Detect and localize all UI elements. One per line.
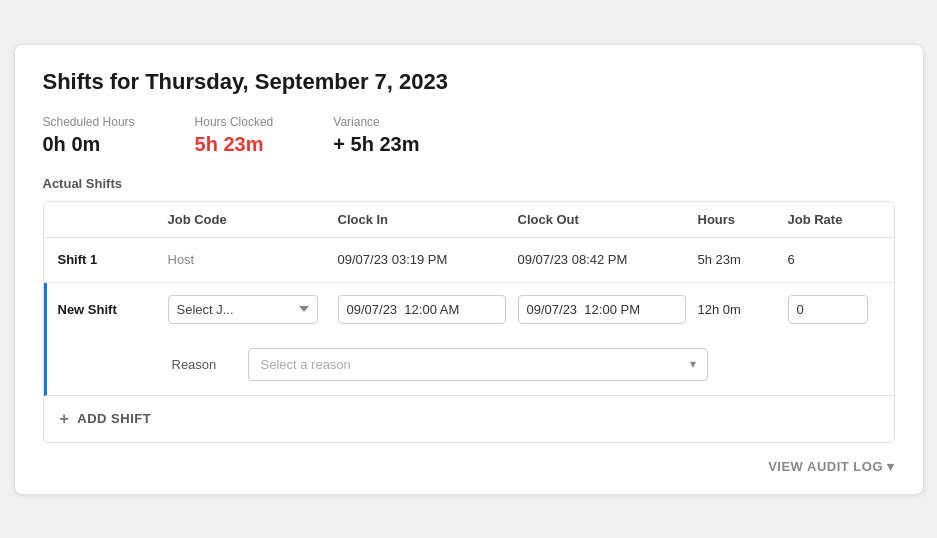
clock-in-input[interactable] [338, 295, 506, 324]
shift-hours: 5h 23m [698, 252, 788, 267]
variance-value: + 5h 23m [333, 133, 419, 156]
job-code-select[interactable]: Select J... [168, 295, 318, 324]
reason-row: Reason Select a reason ▾ [44, 336, 894, 396]
clock-out-input[interactable] [518, 295, 686, 324]
new-shift-rate-cell [788, 295, 895, 324]
stats-row: Scheduled Hours 0h 0m Hours Clocked 5h 2… [43, 115, 895, 156]
view-audit-log-button[interactable]: VIEW AUDIT LOG ▾ [768, 459, 894, 474]
hours-clocked-stat: Hours Clocked 5h 23m [195, 115, 274, 156]
new-shift-clock-in-cell [338, 295, 518, 324]
footer-row: VIEW AUDIT LOG ▾ [43, 443, 895, 474]
hours-clocked-value: 5h 23m [195, 133, 274, 156]
col-head-jobrate: Job Rate [788, 212, 895, 227]
page-title: Shifts for Thursday, September 7, 2023 [43, 69, 895, 95]
scheduled-hours-value: 0h 0m [43, 133, 135, 156]
reason-select-wrap: Select a reason ▾ [248, 348, 708, 381]
col-head-hours: Hours [698, 212, 788, 227]
col-head-clockin: Clock In [338, 212, 518, 227]
shift-clock-out: 09/07/23 08:42 PM [518, 252, 698, 267]
new-shift-row: New Shift Select J... 12h 0m [44, 283, 894, 336]
shift-name: Shift 1 [58, 252, 168, 267]
shift-job-rate: 6 [788, 252, 895, 267]
rate-input[interactable] [788, 295, 868, 324]
col-head-jobcode: Job Code [168, 212, 338, 227]
add-shift-row[interactable]: + ADD SHIFT [44, 396, 894, 442]
scheduled-hours-stat: Scheduled Hours 0h 0m [43, 115, 135, 156]
variance-label: Variance [333, 115, 419, 129]
shift-clock-in: 09/07/23 03:19 PM [338, 252, 518, 267]
col-head-empty [58, 212, 168, 227]
add-shift-label: ADD SHIFT [77, 411, 151, 426]
new-shift-hours: 12h 0m [698, 302, 788, 317]
new-shift-clock-out-cell [518, 295, 698, 324]
variance-stat: Variance + 5h 23m [333, 115, 419, 156]
shift-job-code: Host [168, 252, 338, 267]
plus-icon: + [60, 410, 70, 428]
audit-log-label: VIEW AUDIT LOG [768, 459, 883, 474]
table-row: Shift 1 Host 09/07/23 03:19 PM 09/07/23 … [44, 238, 894, 283]
new-shift-job-select-cell: Select J... [168, 295, 338, 324]
scheduled-hours-label: Scheduled Hours [43, 115, 135, 129]
reason-select[interactable]: Select a reason [248, 348, 708, 381]
chevron-down-icon: ▾ [887, 459, 895, 474]
hours-clocked-label: Hours Clocked [195, 115, 274, 129]
reason-label: Reason [172, 357, 232, 372]
shifts-card: Shifts for Thursday, September 7, 2023 S… [14, 44, 924, 495]
actual-shifts-label: Actual Shifts [43, 176, 895, 191]
shifts-table: Job Code Clock In Clock Out Hours Job Ra… [43, 201, 895, 443]
table-header: Job Code Clock In Clock Out Hours Job Ra… [44, 202, 894, 238]
new-shift-name: New Shift [58, 302, 168, 317]
col-head-clockout: Clock Out [518, 212, 698, 227]
